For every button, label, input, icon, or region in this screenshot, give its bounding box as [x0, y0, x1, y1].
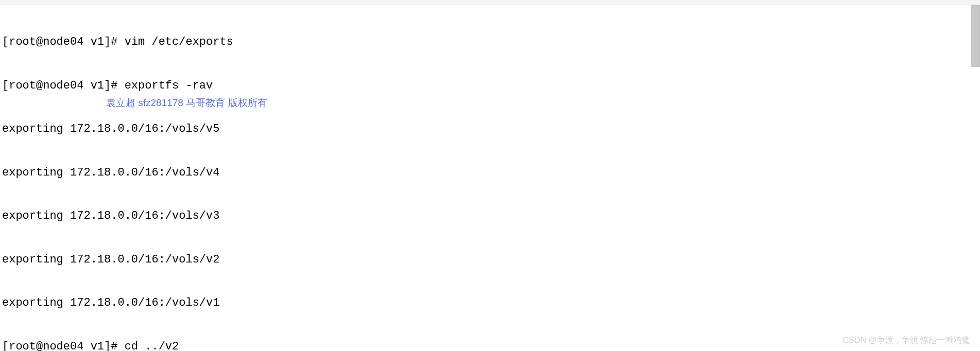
shell-output: exporting 172.18.0.0/16:/vols/v2 — [2, 253, 219, 266]
shell-command: exportfs -rav — [125, 79, 213, 92]
terminal-output[interactable]: [root@node04 v1]# vim /etc/exports [root… — [0, 5, 980, 351]
shell-output: exporting 172.18.0.0/16:/vols/v1 — [2, 296, 219, 309]
terminal-line: exporting 172.18.0.0/16:/vols/v5 — [2, 122, 978, 136]
shell-output: exporting 172.18.0.0/16:/vols/v4 — [2, 166, 219, 179]
terminal-line: [root@node04 v1]# exportfs -rav — [2, 79, 978, 93]
terminal-line: [root@node04 v1]# cd ../v2 — [2, 340, 978, 351]
terminal-line: exporting 172.18.0.0/16:/vols/v1 — [2, 296, 978, 310]
terminal-line: exporting 172.18.0.0/16:/vols/v4 — [2, 166, 978, 180]
shell-output: exporting 172.18.0.0/16:/vols/v5 — [2, 122, 219, 135]
scrollbar-thumb[interactable] — [971, 6, 979, 66]
shell-prompt: [root@node04 v1]# — [2, 79, 125, 92]
window-top-bar — [0, 0, 980, 5]
terminal-line: exporting 172.18.0.0/16:/vols/v2 — [2, 253, 978, 267]
footer-watermark: CSDN @争渡，争渡 惊起一滩鸥鹭 — [843, 335, 970, 346]
video-watermark: 袁立超 sfz281178 马哥教育 版权所有 — [106, 97, 267, 109]
shell-output: exporting 172.18.0.0/16:/vols/v3 — [2, 209, 219, 222]
terminal-line: [root@node04 v1]# vim /etc/exports — [2, 35, 978, 49]
shell-prompt: [root@node04 v1]# — [2, 340, 125, 351]
shell-prompt: [root@node04 v1]# — [2, 36, 125, 48]
scrollbar[interactable] — [971, 5, 980, 67]
shell-command: vim /etc/exports — [125, 36, 233, 48]
terminal-line: exporting 172.18.0.0/16:/vols/v3 — [2, 209, 978, 223]
shell-command: cd ../v2 — [125, 340, 179, 351]
